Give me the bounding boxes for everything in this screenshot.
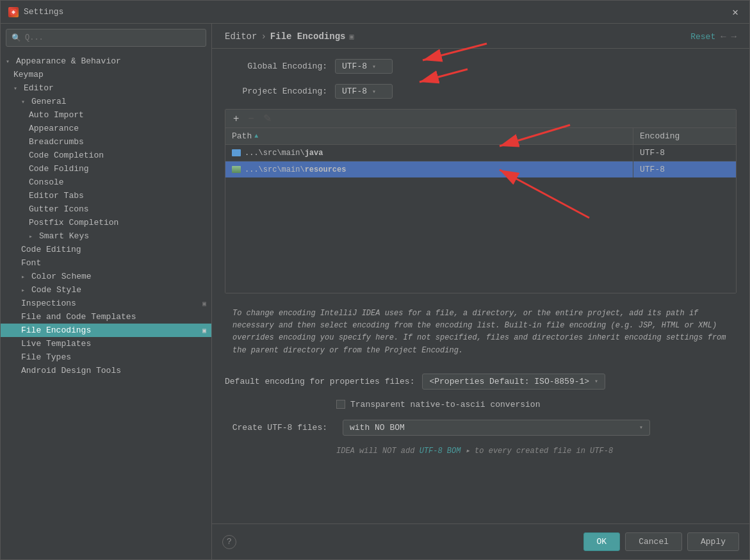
bom-note-suffix: to every created file in UTF-8	[475, 447, 613, 456]
chevron-icon	[29, 233, 37, 240]
table-toolbar: + − ✎	[225, 110, 736, 128]
panel-actions: Reset ← →	[690, 31, 737, 42]
global-encoding-dropdown[interactable]: UTF-8 ▾	[335, 59, 393, 74]
transparent-checkbox[interactable]	[336, 400, 345, 409]
forward-button[interactable]: →	[731, 31, 737, 42]
project-encoding-row: Project Encoding: UTF-8 ▾	[225, 84, 737, 99]
create-utf8-dropdown[interactable]: with NO BOM ▾	[343, 420, 650, 436]
sidebar-item-gutter-icons[interactable]: Gutter Icons	[1, 202, 211, 216]
sidebar-item-smart-keys[interactable]: Smart Keys	[1, 229, 211, 243]
info-text: To change encoding IntelliJ IDEA uses fo…	[225, 301, 737, 363]
pin-icon: ▣	[202, 327, 206, 334]
sidebar-item-postfix-completion[interactable]: Postfix Completion	[1, 216, 211, 229]
sidebar-item-keymap[interactable]: Keymap	[1, 68, 211, 81]
encoding-cell: UTF-8	[633, 161, 736, 177]
settings-window: Settings ✕ 🔍 Appearance & Behavior Keyma…	[0, 0, 750, 560]
sidebar-item-inspections[interactable]: Inspections ▣	[1, 297, 211, 310]
sidebar-item-breadcrumbs[interactable]: Breadcrumbs	[1, 135, 211, 149]
edit-button[interactable]: ✎	[261, 112, 274, 125]
sidebar-item-label: Appearance	[29, 124, 79, 133]
search-input[interactable]	[25, 33, 200, 42]
sidebar-item-code-completion[interactable]: Code Completion	[1, 149, 211, 162]
chevron-icon	[21, 273, 29, 281]
sidebar-item-label: General	[31, 97, 67, 106]
chevron-down-icon: ▾	[639, 424, 643, 431]
sidebar-item-appearance[interactable]: Appearance	[1, 122, 211, 135]
utf8-bom-link[interactable]: UTF-8 BOM	[420, 447, 461, 456]
ok-button[interactable]: OK	[583, 532, 621, 551]
help-button[interactable]: ?	[222, 535, 236, 549]
sidebar-item-color-scheme[interactable]: Color Scheme	[1, 270, 211, 283]
path-encoding-table: + − ✎ Path ▲ Encoding	[225, 109, 737, 293]
default-encoding-dropdown[interactable]: <Properties Default: ISO-8859-1> ▾	[422, 374, 605, 390]
path-column-header: Path ▲	[225, 128, 633, 144]
sidebar-item-code-style[interactable]: Code Style	[1, 283, 211, 297]
project-encoding-dropdown[interactable]: UTF-8 ▾	[335, 84, 393, 99]
back-button[interactable]: ←	[721, 31, 726, 42]
table-row[interactable]: ...\src\main\java UTF-8	[225, 145, 736, 161]
bottom-buttons: OK Cancel Apply	[583, 532, 739, 551]
add-button[interactable]: +	[231, 112, 241, 125]
table-row[interactable]: ...\src\main\resources UTF-8	[225, 161, 736, 177]
sidebar-item-general[interactable]: General	[1, 95, 211, 108]
global-encoding-label: Global Encoding:	[225, 62, 327, 71]
chevron-icon	[6, 58, 13, 65]
sidebar-item-file-types[interactable]: File Types	[1, 350, 211, 364]
path-cell: ...\src\main\resources	[225, 161, 633, 177]
sidebar-item-label: Keymap	[13, 70, 44, 79]
global-encoding-row: Global Encoding: UTF-8 ▾	[225, 59, 737, 74]
sidebar-item-label: Inspections	[21, 299, 76, 308]
sidebar-item-live-templates[interactable]: Live Templates	[1, 337, 211, 350]
chevron-icon	[13, 85, 21, 92]
project-encoding-value: UTF-8	[342, 86, 367, 96]
search-box[interactable]: 🔍	[6, 29, 206, 47]
close-button[interactable]: ✕	[729, 6, 742, 19]
bottom-bar: ? OK Cancel Apply	[212, 523, 749, 559]
sidebar-item-editor[interactable]: Editor	[1, 81, 211, 95]
breadcrumb-separator: ›	[261, 31, 266, 42]
sidebar-item-label: Live Templates	[21, 339, 91, 349]
sidebar-item-label: Appearance & Behavior	[16, 56, 121, 66]
breadcrumb-part1: Editor	[225, 31, 257, 42]
help-label: ?	[227, 537, 232, 547]
sidebar-item-file-encodings[interactable]: File Encodings ▣	[1, 324, 211, 337]
sidebar-item-editor-tabs[interactable]: Editor Tabs	[1, 189, 211, 202]
default-encoding-row: Default encoding for properties files: <…	[225, 371, 737, 392]
sort-asc-icon: ▲	[254, 133, 258, 140]
transparent-checkbox-row: Transparent native-to-ascii conversion	[336, 400, 737, 409]
apply-button[interactable]: Apply	[687, 532, 739, 551]
reset-button[interactable]: Reset	[690, 32, 715, 42]
panel-title: Editor › File Encodings ▣	[225, 31, 354, 42]
sidebar-item-code-editing[interactable]: Code Editing	[1, 243, 211, 256]
main-content: 🔍 Appearance & Behavior Keymap Editor	[1, 24, 749, 559]
encoding-cell: UTF-8	[633, 145, 736, 161]
pin-icon: ▣	[349, 32, 354, 42]
pin-icon: ▣	[202, 300, 206, 308]
nav-tree: Appearance & Behavior Keymap Editor Gene…	[1, 52, 211, 559]
sidebar-item-label: File Encodings	[21, 325, 91, 335]
path-text: ...\src\main\java	[245, 149, 323, 158]
encoding-column-header: Encoding	[633, 128, 736, 144]
window-title: Settings	[24, 7, 729, 17]
path-cell: ...\src\main\java	[225, 145, 633, 161]
sidebar-item-font[interactable]: Font	[1, 256, 211, 270]
sidebar-item-code-folding[interactable]: Code Folding	[1, 162, 211, 176]
default-encoding-label: Default encoding for properties files:	[225, 377, 414, 386]
remove-button[interactable]: −	[245, 112, 256, 125]
sidebar-item-label: Smart Keys	[39, 231, 89, 241]
create-utf8-row: Create UTF-8 files: with NO BOM ▾	[225, 417, 737, 438]
table-empty-area	[225, 177, 736, 293]
sidebar-item-auto-import[interactable]: Auto Import	[1, 108, 211, 122]
sidebar-item-label: File Types	[21, 352, 71, 362]
global-encoding-value: UTF-8	[342, 62, 367, 71]
sidebar-item-file-code-templates[interactable]: File and Code Templates	[1, 310, 211, 324]
cancel-button[interactable]: Cancel	[625, 532, 682, 551]
sidebar-item-android-design-tools[interactable]: Android Design Tools	[1, 364, 211, 377]
app-icon	[8, 7, 19, 17]
sidebar-item-console[interactable]: Console	[1, 176, 211, 189]
default-encoding-value: <Properties Default: ISO-8859-1>	[429, 377, 589, 386]
sidebar: 🔍 Appearance & Behavior Keymap Editor	[1, 24, 212, 559]
sidebar-item-label: Code Style	[31, 285, 81, 295]
sidebar-item-appearance-behavior[interactable]: Appearance & Behavior	[1, 54, 211, 68]
encoding-label: Encoding	[640, 131, 680, 141]
